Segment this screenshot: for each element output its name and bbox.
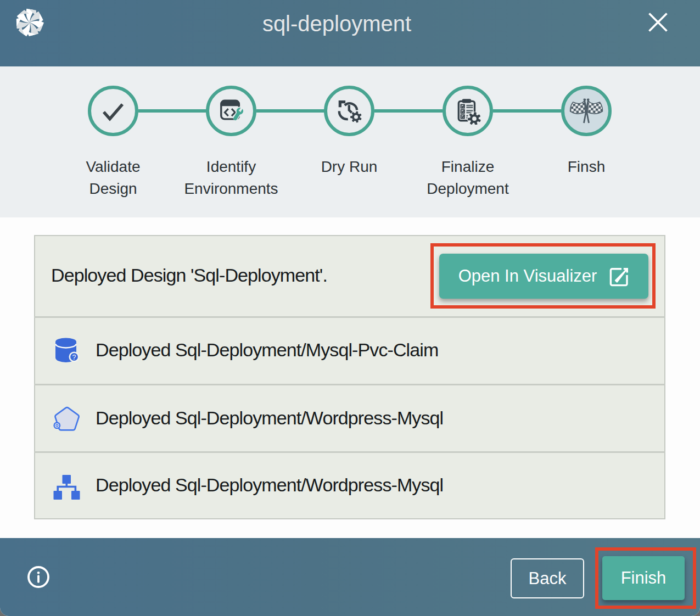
- svg-text:?: ?: [72, 354, 76, 361]
